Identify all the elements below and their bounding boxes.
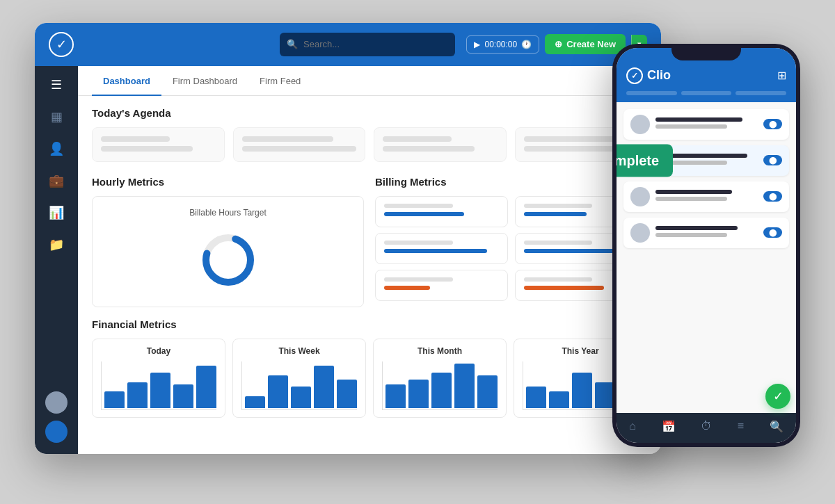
- bar: [431, 373, 452, 407]
- item-title-line: [655, 190, 732, 194]
- agenda-card-2: [233, 127, 366, 162]
- sidebar-item-matters[interactable]: 💼: [49, 173, 64, 188]
- bar: [196, 366, 216, 407]
- search-bar[interactable]: 🔍: [280, 33, 455, 56]
- tab-firm-feed[interactable]: Firm Feed: [248, 66, 312, 96]
- financial-title: Financial Metrics: [92, 318, 647, 330]
- mobile-logo-checkmark: ✓: [631, 71, 638, 81]
- bar: [314, 366, 334, 407]
- mobile-avatar: [630, 115, 650, 134]
- mobile-list-item[interactable]: ⬤: [623, 181, 789, 212]
- content-inner: Today's Agenda: [78, 96, 661, 454]
- chart-week-title: This Week: [241, 346, 357, 356]
- hourly-title: Hourly Metrics: [92, 176, 364, 188]
- bar: [549, 391, 569, 407]
- mobile-tab-3[interactable]: [735, 91, 786, 95]
- mobile-nav-calendar-icon[interactable]: 📅: [662, 420, 676, 433]
- sidebar-item-dashboard[interactable]: ☰: [51, 77, 62, 92]
- bar: [291, 387, 311, 407]
- metrics-row: Hourly Metrics Billable Hours Target: [92, 176, 647, 307]
- topbar: ✓ 🔍 ▶ 00:00:00 🕐 ⊕ Create New: [35, 23, 661, 66]
- timer-display: 00:00:00: [484, 40, 517, 49]
- mobile-list-item[interactable]: ⬤: [623, 109, 789, 140]
- bar-chart-week: [241, 361, 357, 410]
- mobile-tabs: [617, 91, 796, 102]
- mobile-logo-circle: ✓: [626, 67, 643, 84]
- billing-card-3: [375, 270, 508, 301]
- clio-logo[interactable]: ✓: [49, 32, 74, 57]
- mobile-list-item[interactable]: ⬤: [623, 218, 789, 248]
- item-sub-line: [655, 233, 727, 237]
- billing-title: Billing Metrics: [375, 176, 647, 188]
- billing-metrics-section: Billing Metrics: [375, 176, 647, 307]
- mobile-bottom-nav: ⌂ 📅 ⏱ ≡ 🔍: [617, 413, 796, 443]
- bar: [385, 384, 406, 408]
- billing-card-1: [375, 196, 508, 227]
- bar: [268, 375, 288, 408]
- timer-button[interactable]: ▶ 00:00:00 🕐: [466, 35, 539, 54]
- sidebar: ☰ ▦ 👤 💼 📊 📁: [35, 66, 78, 454]
- sidebar-item-calendar[interactable]: ▦: [51, 109, 63, 124]
- item-title-line: [655, 226, 738, 230]
- bar: [104, 391, 125, 407]
- mobile-badge[interactable]: ⬤: [763, 155, 782, 165]
- bar: [127, 382, 148, 408]
- bar: [245, 396, 265, 408]
- mobile-device: ✓ Clio ⊞: [612, 44, 800, 447]
- sidebar-bottom: [45, 391, 67, 443]
- sidebar-item-contacts[interactable]: 👤: [49, 141, 64, 156]
- item-title-line: [655, 117, 742, 122]
- mobile-logo: ✓ Clio: [626, 67, 671, 84]
- mobile-nav-timer-icon[interactable]: ⏱: [701, 420, 712, 432]
- donut-label: Billable Hours Target: [189, 208, 267, 218]
- laptop-device: ✓ 🔍 ▶ 00:00:00 🕐 ⊕ Create New: [35, 23, 661, 454]
- fab-checkmark-icon: ✓: [773, 389, 784, 404]
- agenda-card-1: [92, 127, 225, 162]
- financial-chart-week: This Week: [232, 339, 366, 418]
- bar-chart-today: [101, 361, 216, 410]
- bar: [337, 380, 357, 407]
- mobile-filter-icon[interactable]: ⊞: [777, 69, 786, 82]
- mobile-badge[interactable]: ⬤: [763, 191, 782, 202]
- agenda-card-3: [374, 127, 507, 162]
- tab-firm-dashboard[interactable]: Firm Dashboard: [161, 66, 248, 96]
- sidebar-item-reports[interactable]: 📊: [49, 205, 64, 220]
- donut-chart-wrap: Billable Hours Target: [92, 196, 364, 307]
- mobile-item-text: [655, 190, 758, 204]
- tab-dashboard[interactable]: Dashboard: [92, 66, 161, 96]
- complete-overlay[interactable]: Complete: [617, 144, 673, 177]
- bar-chart-month: [382, 361, 498, 410]
- mobile-nav-menu-icon[interactable]: ≡: [738, 420, 744, 432]
- bar: [408, 380, 429, 407]
- search-input[interactable]: [303, 39, 448, 49]
- financial-charts: Today This Week: [92, 339, 647, 418]
- search-icon: 🔍: [287, 39, 298, 49]
- avatar-inactive[interactable]: [45, 391, 67, 414]
- mobile-item-text: [655, 226, 758, 240]
- financial-chart-today: Today: [92, 339, 225, 418]
- plus-icon: ⊕: [555, 39, 562, 49]
- billing-card-2: [375, 233, 508, 264]
- hourly-metrics-section: Hourly Metrics Billable Hours Target: [92, 176, 364, 307]
- mobile-badge[interactable]: ⬤: [763, 227, 782, 238]
- mobile-nav-home-icon[interactable]: ⌂: [629, 420, 636, 432]
- mobile-tab-1[interactable]: [626, 91, 677, 95]
- sidebar-item-files[interactable]: 📁: [49, 237, 64, 252]
- mobile-app-name: Clio: [647, 68, 671, 83]
- avatar-active[interactable]: [45, 421, 67, 443]
- bar: [173, 384, 193, 408]
- chart-today-title: Today: [101, 346, 216, 356]
- bar: [526, 387, 546, 407]
- financial-chart-month: This Month: [373, 339, 507, 418]
- mobile-tab-2[interactable]: [681, 91, 732, 95]
- create-new-label: Create New: [566, 39, 616, 49]
- mobile-item-text: [655, 117, 758, 131]
- bar: [477, 375, 498, 408]
- laptop-screen: ✓ 🔍 ▶ 00:00:00 🕐 ⊕ Create New: [35, 23, 661, 454]
- mobile-screen: ✓ Clio ⊞: [617, 48, 796, 443]
- create-new-button[interactable]: ⊕ Create New: [545, 34, 626, 54]
- mobile-fab[interactable]: ✓: [765, 384, 790, 409]
- mobile-badge[interactable]: ⬤: [763, 119, 782, 129]
- mobile-list-item-wrap: ⬤ Complete: [623, 145, 789, 176]
- mobile-nav-search-icon[interactable]: 🔍: [770, 420, 784, 433]
